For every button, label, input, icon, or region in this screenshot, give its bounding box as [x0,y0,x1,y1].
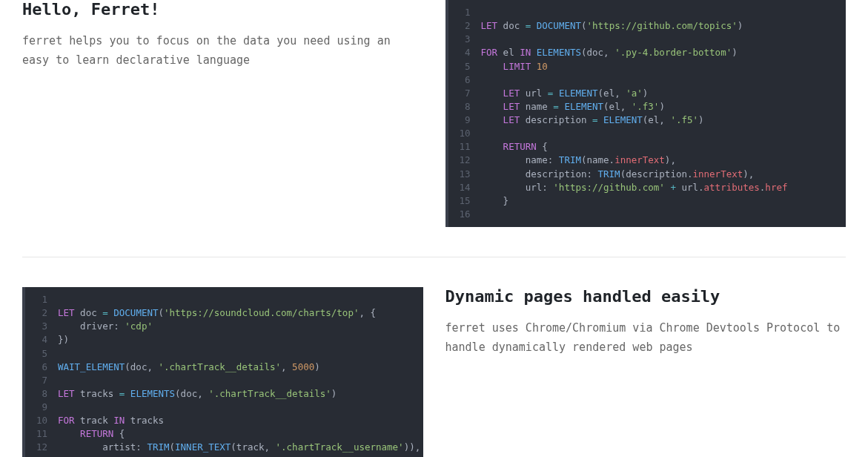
line-content: LET tracks = ELEMENTS(doc, '.chartTrack_… [58,387,337,401]
line-number: 1 [448,6,481,19]
code-line: 12 artist: TRIM(INNER_TEXT(track, '.char… [25,441,423,454]
line-content: }) [58,333,69,346]
line-number: 9 [448,114,481,127]
section-dynamic-code: 1 2LET doc = DOCUMENT('https://soundclou… [22,287,423,457]
code-line: 1 [448,6,847,19]
code-line: 6 [448,73,847,87]
line-number: 15 [448,194,481,208]
line-number: 4 [25,333,58,346]
line-content [58,401,64,414]
code-line: 7 LET url = ELEMENT(el, 'a') [448,87,847,100]
code-line: 8 LET name = ELEMENT(el, '.f3') [448,100,847,114]
line-content: RETURN { [58,427,125,441]
line-number: 10 [448,127,481,140]
line-number: 12 [448,154,481,167]
code-line: 10 [448,127,847,140]
line-content [58,293,64,306]
line-content: LET description = ELEMENT(el, '.f5') [481,114,704,127]
code-line: 3 driver: 'cdp' [25,320,423,333]
code-line: 7 [25,374,423,387]
code-block-1: 1 2LET doc = DOCUMENT('https://github.co… [445,0,847,227]
section-hello: Hello, Ferret! ferret helps you to focus… [22,0,846,257]
line-content: LET doc = DOCUMENT('https://github.com/t… [481,19,743,33]
line-content [481,33,487,46]
line-content: url: 'https://github.com' + url.attribut… [481,181,788,194]
line-number: 6 [25,361,58,374]
code-line: 8LET tracks = ELEMENTS(doc, '.chartTrack… [25,387,423,401]
line-number: 14 [448,181,481,194]
line-number: 10 [25,414,58,427]
line-number: 11 [25,427,58,441]
line-number: 12 [25,441,58,454]
line-content: LET doc = DOCUMENT('https://soundcloud.c… [58,306,376,320]
line-content: } [481,194,509,208]
line-content: name: TRIM(name.innerText), [481,154,676,167]
line-number: 11 [448,140,481,154]
code-line: 2LET doc = DOCUMENT('https://soundcloud.… [25,306,423,320]
code-line: 9 [25,401,423,414]
line-number: 8 [448,100,481,114]
line-content: description: TRIM(description.innerText)… [481,168,755,181]
line-content [58,374,64,387]
line-number: 16 [448,208,481,221]
section-dynamic-title: Dynamic pages handled easily [445,287,847,306]
line-content [481,208,487,221]
line-content [481,127,487,140]
line-content: RETURN { [481,140,548,154]
section-dynamic-desc: ferret uses Chrome/Chromium via Chrome D… [445,319,847,357]
code-line: 2LET doc = DOCUMENT('https://github.com/… [448,19,847,33]
line-number: 9 [25,401,58,414]
line-content: LIMIT 10 [481,60,548,73]
line-number: 3 [25,320,58,333]
code-line: 11 RETURN { [25,427,423,441]
line-content [58,347,64,361]
line-content: artist: TRIM(INNER_TEXT(track, '.chartTr… [58,441,420,454]
line-content: LET url = ELEMENT(el, 'a') [481,87,649,100]
line-number: 7 [448,87,481,100]
code-line: 13 track: TRIM(INNER_TEXT(track, '.chart… [25,455,423,458]
code-line: 15 } [448,194,847,208]
code-line: 6WAIT_ELEMENT(doc, '.chartTrack__details… [25,361,423,374]
line-number: 2 [448,19,481,33]
code-line: 16 [448,208,847,221]
code-line: 10FOR track IN tracks [25,414,423,427]
line-number: 13 [448,168,481,181]
line-number: 8 [25,387,58,401]
line-content: driver: 'cdp' [58,320,153,333]
code-block-2: 1 2LET doc = DOCUMENT('https://soundclou… [22,287,423,457]
line-content: FOR el IN ELEMENTS(doc, '.py-4.border-bo… [481,46,738,59]
code-line: 14 url: 'https://github.com' + url.attri… [448,181,847,194]
line-number: 2 [25,306,58,320]
line-content: track: TRIM(INNER_TEXT(track, '.chartTra… [58,455,393,458]
line-number: 5 [25,347,58,361]
section-dynamic: 1 2LET doc = DOCUMENT('https://soundclou… [22,287,846,457]
code-line: 5 LIMIT 10 [448,60,847,73]
section-hello-text: Hello, Ferret! ferret helps you to focus… [22,0,423,70]
line-number: 7 [25,374,58,387]
code-line: 11 RETURN { [448,140,847,154]
section-hello-code: 1 2LET doc = DOCUMENT('https://github.co… [445,0,847,227]
line-number: 4 [448,46,481,59]
section-hello-title: Hello, Ferret! [22,0,423,19]
code-line: 4}) [25,333,423,346]
code-line: 3 [448,33,847,46]
code-line: 9 LET description = ELEMENT(el, '.f5') [448,114,847,127]
line-content: WAIT_ELEMENT(doc, '.chartTrack__details'… [58,361,320,374]
section-hello-desc: ferret helps you to focus on the data yo… [22,32,423,70]
line-number: 13 [25,455,58,458]
line-content: FOR track IN tracks [58,414,164,427]
line-content [481,6,487,19]
line-number: 3 [448,33,481,46]
code-line: 13 description: TRIM(description.innerTe… [448,168,847,181]
code-line: 4FOR el IN ELEMENTS(doc, '.py-4.border-b… [448,46,847,59]
code-line: 12 name: TRIM(name.innerText), [448,154,847,167]
line-number: 1 [25,293,58,306]
code-line: 5 [25,347,423,361]
section-dynamic-text: Dynamic pages handled easily ferret uses… [445,287,847,357]
line-content [481,73,487,87]
line-number: 6 [448,73,481,87]
code-line: 1 [25,293,423,306]
line-content: LET name = ELEMENT(el, '.f3') [481,100,665,114]
line-number: 5 [448,60,481,73]
